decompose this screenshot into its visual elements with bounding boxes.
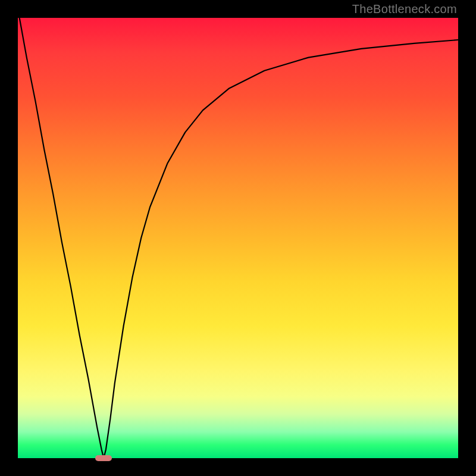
watermark-text: TheBottleneck.com bbox=[352, 2, 457, 16]
line-curve bbox=[18, 18, 458, 458]
chart-frame: TheBottleneck.com bbox=[0, 0, 476, 476]
optimum-marker bbox=[95, 455, 112, 461]
plot-area bbox=[18, 18, 458, 458]
